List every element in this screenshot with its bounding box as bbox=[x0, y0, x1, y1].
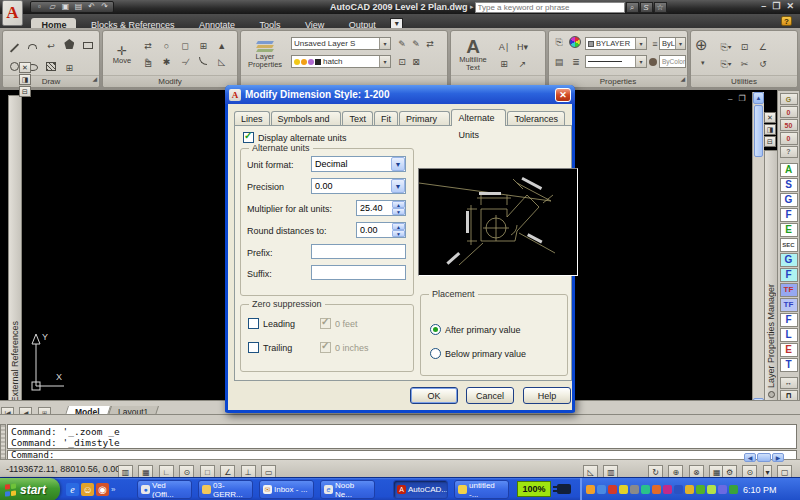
copy-clip-icon[interactable]: ⎘▾ bbox=[719, 58, 733, 71]
dialog-title-bar[interactable]: A Modify Dimension Style: 1-200 ✕ bbox=[225, 85, 575, 104]
chevron-down-icon[interactable]: ▾ bbox=[701, 59, 705, 67]
taskbar-button[interactable]: 03-GERR... bbox=[198, 480, 253, 499]
battery-meter[interactable]: 100% bbox=[517, 481, 551, 497]
tab-fit[interactable]: Fit bbox=[374, 111, 398, 126]
hatch-icon[interactable] bbox=[44, 60, 58, 73]
dimstyle-tool[interactable]: F bbox=[780, 313, 798, 327]
palette-tool[interactable]: 0 bbox=[780, 132, 798, 144]
line-icon[interactable] bbox=[7, 42, 21, 55]
restore-icon[interactable]: ❐ bbox=[738, 94, 751, 103]
minimize-icon[interactable]: – bbox=[761, 1, 766, 11]
match-properties-icon[interactable]: ⎘ bbox=[552, 36, 566, 49]
linetype-select[interactable]: ▾ bbox=[585, 55, 647, 68]
edit-text-icon[interactable]: A∣ bbox=[497, 41, 511, 54]
polygon-icon[interactable] bbox=[62, 38, 76, 51]
close-icon[interactable]: ✕ bbox=[19, 62, 31, 73]
cut-icon[interactable]: ✂ bbox=[737, 58, 751, 71]
help-icon[interactable]: ? bbox=[781, 16, 792, 26]
restore-icon[interactable]: ❐ bbox=[772, 1, 780, 11]
internet-explorer-icon[interactable]: e bbox=[66, 483, 79, 496]
chamfer-icon[interactable]: ◺ bbox=[215, 56, 229, 69]
chevron-down-icon[interactable]: ▾ bbox=[675, 38, 685, 49]
tray-icon[interactable] bbox=[663, 485, 672, 494]
dimstyle-tool[interactable]: E bbox=[780, 223, 798, 237]
palette-tool[interactable]: 50 bbox=[780, 119, 798, 131]
tray-icon[interactable] bbox=[696, 485, 705, 494]
spin-down-icon[interactable]: ▼ bbox=[392, 230, 405, 237]
redo-icon[interactable]: ↷ bbox=[99, 2, 110, 12]
tray-icon[interactable] bbox=[674, 485, 683, 494]
tray-icon[interactable] bbox=[707, 485, 716, 494]
properties-gear-icon[interactable]: ⊟ bbox=[19, 86, 31, 97]
pin-icon[interactable] bbox=[768, 391, 775, 398]
dimstyle-tool[interactable]: T bbox=[780, 358, 798, 372]
tab-symbols-arrows[interactable]: Symbols and Arrows bbox=[271, 111, 342, 126]
spin-down-icon[interactable]: ▼ bbox=[392, 208, 405, 215]
draw-panel-label[interactable]: Draw◢ bbox=[3, 75, 99, 87]
close-icon[interactable]: ✕ bbox=[555, 88, 571, 102]
favorites-star-icon[interactable]: ☆ bbox=[654, 2, 667, 13]
layer-freeze-icon[interactable]: ⊠ bbox=[409, 55, 423, 68]
external-references-panel-bar[interactable]: External References bbox=[8, 95, 22, 417]
revcloud-icon[interactable]: ↩ bbox=[44, 40, 58, 53]
tab-tolerances[interactable]: Tolerances bbox=[507, 111, 565, 126]
scrollbar-thumb[interactable] bbox=[754, 105, 763, 157]
chevron-down-icon[interactable]: ▼ bbox=[391, 157, 405, 171]
dimension-tool-icon[interactable]: ↔ bbox=[780, 377, 798, 389]
tab-lines[interactable]: Lines bbox=[234, 111, 270, 126]
auto-hide-icon[interactable]: ◨ bbox=[19, 74, 31, 85]
chevron-down-icon[interactable]: ▾ bbox=[379, 38, 390, 49]
layer-select[interactable]: Unsaved Layer S▾ bbox=[291, 37, 391, 50]
after-primary-value-radio[interactable] bbox=[430, 324, 441, 335]
id-point-icon[interactable]: ↺ bbox=[756, 58, 770, 71]
command-history[interactable]: Command: '_.zoom _e Command: '_dimstyle bbox=[7, 424, 797, 449]
open-file-icon[interactable]: ▱ bbox=[47, 2, 58, 12]
messenger-icon[interactable]: ☺ bbox=[81, 483, 94, 496]
search-input[interactable] bbox=[475, 2, 625, 13]
tray-icon[interactable] bbox=[630, 485, 639, 494]
close-icon[interactable]: ✕ bbox=[764, 112, 776, 123]
spin-up-icon[interactable]: ▲ bbox=[392, 201, 405, 208]
tab-primary-units[interactable]: Primary Units bbox=[399, 111, 451, 126]
move-button[interactable]: ✛ Move bbox=[105, 34, 139, 76]
start-button[interactable]: start bbox=[0, 478, 60, 500]
object-color-select[interactable]: BYLAYER▾ bbox=[585, 37, 647, 50]
ok-button[interactable]: OK bbox=[410, 387, 458, 404]
round-distances-spinner[interactable]: 0.00 ▲▼ bbox=[356, 222, 406, 238]
close-icon[interactable]: ✕ bbox=[786, 1, 794, 11]
layer-properties-manager-bar[interactable]: Layer Properties Manager bbox=[764, 150, 778, 402]
search-icon[interactable]: ⌕ bbox=[626, 2, 639, 13]
panel-launcher-icon[interactable]: ◢ bbox=[92, 73, 97, 85]
tray-icon[interactable] bbox=[619, 485, 628, 494]
taskbar-button[interactable]: ● Ved (Offi... bbox=[137, 480, 192, 499]
modify-panel-label[interactable]: Modify bbox=[103, 75, 237, 87]
quick-select-icon[interactable]: ⊡ bbox=[737, 41, 751, 54]
tab-text[interactable]: Text bbox=[342, 111, 373, 126]
search-expand-icon[interactable]: ▸ bbox=[470, 3, 474, 11]
dimstyle-tool[interactable]: F bbox=[780, 268, 798, 282]
list-icon[interactable]: ▤ bbox=[552, 55, 566, 68]
utilities-panel-label[interactable]: Utilities bbox=[691, 75, 797, 87]
zoom-extents-icon[interactable]: ⊕ bbox=[695, 36, 708, 54]
display-alternate-units-checkbox[interactable]: ✓ bbox=[243, 132, 254, 143]
rectangle-icon[interactable] bbox=[81, 39, 95, 52]
trim-icon[interactable]: −∕ bbox=[178, 56, 192, 69]
tray-icon[interactable] bbox=[729, 485, 738, 494]
layer-prev-icon[interactable]: ✎ bbox=[409, 37, 423, 50]
quick-launch-more-icon[interactable]: » bbox=[111, 483, 115, 496]
taskbar-button[interactable]: ✉ Inbox - ... bbox=[259, 480, 314, 499]
tray-icon[interactable] bbox=[718, 485, 727, 494]
dimstyle-tool[interactable]: F bbox=[780, 208, 798, 222]
layer-match-icon[interactable]: ⇄ bbox=[423, 37, 437, 50]
arc-icon[interactable] bbox=[25, 40, 39, 53]
media-icon[interactable]: ◉ bbox=[96, 483, 109, 496]
below-primary-value-radio[interactable] bbox=[430, 348, 441, 359]
cancel-button[interactable]: Cancel bbox=[466, 387, 514, 404]
leading-checkbox[interactable] bbox=[248, 318, 259, 329]
vertical-scrollbar[interactable]: ▲ ▼ bbox=[752, 92, 764, 410]
zero-feet-checkbox[interactable]: ✓ bbox=[320, 318, 331, 329]
scroll-up-icon[interactable]: ▲ bbox=[753, 92, 764, 104]
undo-icon[interactable]: ↶ bbox=[86, 2, 97, 12]
chevron-down-icon[interactable]: ▾ bbox=[635, 38, 646, 49]
dimstyle-tool[interactable]: G bbox=[780, 193, 798, 207]
